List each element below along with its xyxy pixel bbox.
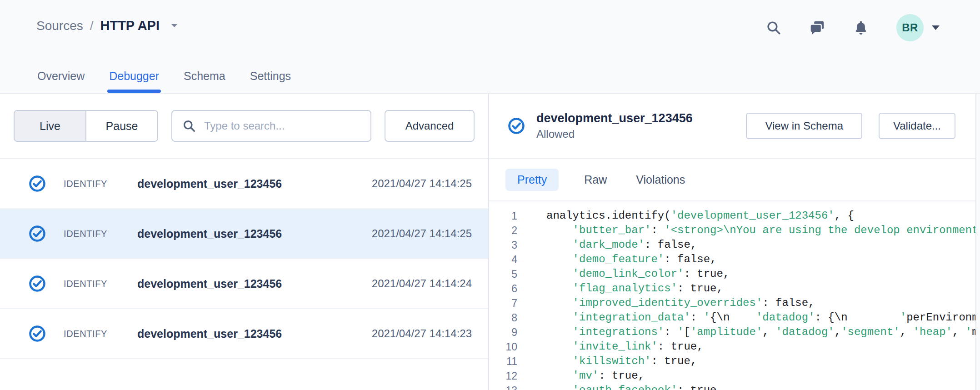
line-number: 12 xyxy=(489,369,517,383)
top-actions: BR xyxy=(765,14,940,42)
event-list-panel: Live Pause Advanced IDENTIFYdevelopment_… xyxy=(0,94,488,390)
top-bar: Sources / HTTP API xyxy=(0,0,980,59)
code-line: 13 'oauth_facebook': true, xyxy=(489,383,975,390)
detail-tab-raw[interactable]: Raw xyxy=(580,169,610,191)
detail-titles: development_user_123456 Allowed xyxy=(536,110,693,142)
event-name: development_user_123456 xyxy=(137,277,372,290)
line-number: 9 xyxy=(489,325,517,340)
code-text: analytics.identify('development_user_123… xyxy=(517,209,854,223)
breadcrumb-section[interactable]: Sources xyxy=(36,19,83,33)
line-number: 2 xyxy=(489,223,517,238)
event-name: development_user_123456 xyxy=(137,327,372,340)
event-timestamp: 2021/04/27 14:14:23 xyxy=(372,327,472,340)
code-text: 'mv': true, xyxy=(517,369,645,383)
detail-header: development_user_123456 Allowed View in … xyxy=(489,94,975,159)
code-line: 10 'invite_link': true, xyxy=(489,340,975,354)
breadcrumb-current-source[interactable]: HTTP API xyxy=(100,18,160,33)
code-line: 8 'integration_data': '{\n 'datadog': {\… xyxy=(489,310,975,325)
event-timestamp: 2021/04/27 14:14:25 xyxy=(372,227,472,240)
breadcrumb-separator: / xyxy=(90,19,94,33)
event-check-icon xyxy=(28,225,46,243)
code-line: 12 'mv': true, xyxy=(489,369,975,383)
detail-tabs: PrettyRawViolations xyxy=(489,159,975,201)
code-text: 'invite_link': true, xyxy=(517,340,704,354)
code-text: 'killswitch': true, xyxy=(517,354,697,369)
code-line: 3 'dark_mode': false, xyxy=(489,238,975,252)
event-timestamp: 2021/04/27 14:14:25 xyxy=(372,177,472,190)
code-text: 'improved_identity_overrides': false, xyxy=(517,296,815,310)
code-text: 'demo_feature': false, xyxy=(517,252,716,267)
code-text: 'integration_data': '{\n 'datadog': {\n … xyxy=(517,310,975,325)
tab-settings[interactable]: Settings xyxy=(249,59,292,93)
event-check-icon xyxy=(28,275,46,293)
code-line: 4 'demo_feature': false, xyxy=(489,252,975,267)
line-number: 6 xyxy=(489,281,517,296)
advanced-button[interactable]: Advanced xyxy=(385,110,475,142)
live-button[interactable]: Live xyxy=(15,111,86,141)
event-rows: IDENTIFYdevelopment_user_1234562021/04/2… xyxy=(0,159,488,359)
allowed-check-icon xyxy=(507,117,525,135)
account-menu[interactable]: BR xyxy=(896,14,940,41)
code-viewer[interactable]: 1analytics.identify('development_user_12… xyxy=(489,201,975,390)
line-number: 1 xyxy=(489,209,517,223)
debugger-controls: Live Pause Advanced xyxy=(0,94,488,159)
detail-tab-pretty[interactable]: Pretty xyxy=(505,169,559,191)
event-timestamp: 2021/04/27 14:14:24 xyxy=(372,277,472,290)
detail-status: Allowed xyxy=(536,126,693,142)
validate-button[interactable]: Validate... xyxy=(879,113,955,139)
event-search[interactable] xyxy=(171,110,371,142)
event-detail-panel: development_user_123456 Allowed View in … xyxy=(489,94,976,390)
line-number: 7 xyxy=(489,296,517,310)
account-caret-down-icon[interactable] xyxy=(931,25,940,30)
code-text: 'integrations': '['amplitude', 'datadog'… xyxy=(517,325,975,340)
detail-title: development_user_123456 xyxy=(536,110,693,126)
code-text: 'demo_link_color': true, xyxy=(517,267,730,281)
line-number: 8 xyxy=(489,310,517,325)
line-number: 13 xyxy=(489,383,517,390)
avatar[interactable]: BR xyxy=(896,14,924,41)
chat-icon[interactable] xyxy=(809,20,825,36)
event-type: IDENTIFY xyxy=(64,329,137,339)
debugger-page: Sources / HTTP API xyxy=(0,0,980,390)
code-text: 'oauth_facebook': true, xyxy=(517,383,723,390)
event-row[interactable]: IDENTIFYdevelopment_user_1234562021/04/2… xyxy=(0,209,488,259)
code-line: 7 'improved_identity_overrides': false, xyxy=(489,296,975,310)
event-check-icon xyxy=(28,175,46,193)
code-line: 6 'flag_analytics': true, xyxy=(489,281,975,296)
code-line: 1analytics.identify('development_user_12… xyxy=(489,209,975,223)
event-type: IDENTIFY xyxy=(64,279,137,289)
line-number: 5 xyxy=(489,267,517,281)
search-input[interactable] xyxy=(204,120,370,132)
bell-icon[interactable] xyxy=(853,20,869,36)
code-line: 11 'killswitch': true, xyxy=(489,354,975,369)
breadcrumb: Sources / HTTP API xyxy=(36,18,178,33)
code-line: 9 'integrations': '['amplitude', 'datado… xyxy=(489,325,975,340)
event-row[interactable]: IDENTIFYdevelopment_user_1234562021/04/2… xyxy=(0,309,488,359)
event-type: IDENTIFY xyxy=(64,229,137,239)
line-number: 11 xyxy=(489,354,517,369)
source-caret-down-icon[interactable] xyxy=(171,24,178,28)
search-input-icon xyxy=(182,119,196,133)
line-number: 3 xyxy=(489,238,517,252)
code-line: 5 'demo_link_color': true, xyxy=(489,267,975,281)
pause-button[interactable]: Pause xyxy=(86,111,157,141)
event-type: IDENTIFY xyxy=(64,179,137,189)
detail-tab-violations[interactable]: Violations xyxy=(632,169,689,191)
live-pause-toggle: Live Pause xyxy=(14,110,158,142)
line-number: 10 xyxy=(489,340,517,354)
search-icon[interactable] xyxy=(765,20,782,36)
code-text: 'butter_bar': '<strong>\nYou are using t… xyxy=(517,223,975,238)
tab-schema[interactable]: Schema xyxy=(183,59,226,93)
event-check-icon xyxy=(28,325,46,343)
detail-buttons: View in Schema Validate... xyxy=(746,113,955,139)
view-in-schema-button[interactable]: View in Schema xyxy=(746,113,862,139)
line-number: 4 xyxy=(489,252,517,267)
event-name: development_user_123456 xyxy=(137,227,372,240)
event-row[interactable]: IDENTIFYdevelopment_user_1234562021/04/2… xyxy=(0,259,488,309)
tab-debugger[interactable]: Debugger xyxy=(108,59,160,93)
event-row[interactable]: IDENTIFYdevelopment_user_1234562021/04/2… xyxy=(0,159,488,209)
tab-overview[interactable]: Overview xyxy=(36,59,85,93)
event-name: development_user_123456 xyxy=(137,177,372,190)
code-line: 2 'butter_bar': '<strong>\nYou are using… xyxy=(489,223,975,238)
code-text: 'dark_mode': false, xyxy=(517,238,697,252)
